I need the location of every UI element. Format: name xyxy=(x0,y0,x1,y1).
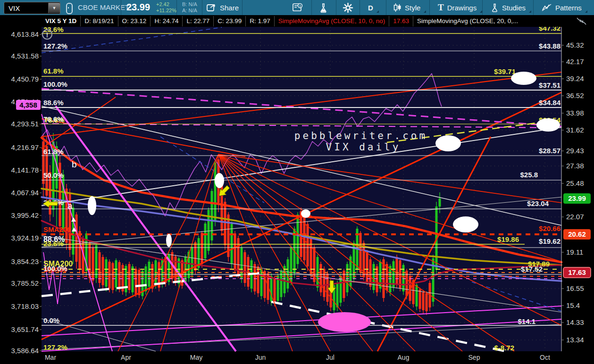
x-axis-month-label: Aug xyxy=(398,354,410,361)
fib-label[interactable]: 50.0% xyxy=(43,171,64,179)
timeframe-menu[interactable]: D xyxy=(366,0,375,15)
bar-close: C: 23.99 xyxy=(214,16,246,26)
ellipse-drawing[interactable] xyxy=(318,312,371,332)
fib-label[interactable]: 61.8% xyxy=(43,67,64,75)
candle-body xyxy=(138,270,141,295)
notes-button[interactable]: i xyxy=(293,0,304,15)
candle-body xyxy=(92,248,94,281)
style-menu[interactable]: Style xyxy=(392,0,422,15)
price-target-label[interactable]: $23.04 xyxy=(527,199,549,207)
price-target-label[interactable]: $39.71 xyxy=(494,67,516,75)
sma20-study-label[interactable]: SimpleMovingAvg (CLOSE, 20, 0,... xyxy=(413,16,522,26)
fib-label[interactable]: 127.2% xyxy=(43,343,67,351)
right-axis-badge-value: 20.62 xyxy=(568,230,586,238)
fib-label[interactable]: 61.8% xyxy=(43,148,64,156)
ask-value: A: N/A xyxy=(182,8,197,14)
wave-letter-label[interactable]: a xyxy=(67,201,73,211)
settings-button[interactable] xyxy=(343,0,353,15)
candle-body xyxy=(373,264,375,290)
price-target-label[interactable]: $14.1 xyxy=(518,317,535,325)
fib-label[interactable]: 0.0% xyxy=(43,316,59,324)
right-axis-badge-value: 23.99 xyxy=(568,194,586,202)
studies-menu[interactable]: Studies xyxy=(489,0,527,15)
x-axis-month-label: Jul xyxy=(326,354,335,361)
right-axis-label: 39.24 xyxy=(566,74,584,83)
candle-body xyxy=(422,292,425,310)
fib-label[interactable]: SMA200 xyxy=(43,225,71,233)
candle-body xyxy=(132,266,134,292)
candle-body xyxy=(366,252,368,282)
ellipse-drawing[interactable] xyxy=(511,72,536,85)
symbol-input[interactable]: VIX xyxy=(4,4,48,12)
candle-body xyxy=(128,264,131,290)
candle-body xyxy=(343,271,345,298)
ellipse-drawing[interactable] xyxy=(453,216,478,232)
price-target-label[interactable]: $43.88 xyxy=(539,42,561,50)
ellipse-drawing[interactable] xyxy=(215,173,224,188)
candle-body xyxy=(320,264,322,292)
style-label: Style xyxy=(405,4,420,12)
candle-body xyxy=(95,245,98,278)
candlestick-icon xyxy=(393,3,402,12)
divider xyxy=(242,0,243,15)
fib-label[interactable]: 88.6% xyxy=(43,99,64,107)
drawings-menu[interactable]: T Drawings xyxy=(436,0,478,15)
divider xyxy=(360,0,360,15)
left-axis-label: 4,531.58 xyxy=(11,52,39,60)
share-button[interactable]: Share xyxy=(207,0,239,15)
right-axis-label: 29.43 xyxy=(566,147,584,155)
price-target-label[interactable]: $28.57 xyxy=(539,147,561,155)
analyze-button[interactable] xyxy=(319,0,328,15)
fib-label[interactable]: 100.0% xyxy=(43,80,67,88)
price-target-label[interactable]: $19.86 xyxy=(497,235,519,243)
divider xyxy=(176,0,177,15)
right-axis-label: 25.48 xyxy=(566,179,584,187)
pointer-mode-icon[interactable] xyxy=(576,17,586,26)
ellipse-drawing[interactable] xyxy=(435,135,461,151)
price-target-label[interactable]: $25.8 xyxy=(520,171,538,179)
wave-letter-label[interactable]: b xyxy=(72,159,77,169)
x-axis-month-label: Mar xyxy=(45,354,56,361)
link-icon[interactable] xyxy=(66,3,73,14)
x-axis-month-label: Jun xyxy=(255,354,266,361)
price-target-label[interactable]: $34.84 xyxy=(539,99,561,107)
divider xyxy=(121,0,121,15)
change-percent: +11.22% xyxy=(156,8,176,14)
price-target-label[interactable]: $37.51 xyxy=(539,81,561,89)
sma10-study-label[interactable]: SimpleMovingAvg (CLOSE, 10, 0, no) xyxy=(275,16,389,26)
ellipse-drawing[interactable] xyxy=(301,209,310,218)
flask-icon xyxy=(491,3,499,12)
candle-body xyxy=(214,163,217,222)
x-axis-month-label: Sep xyxy=(469,354,480,361)
candle-body xyxy=(224,202,226,245)
left-axis-label: 3,586.64 xyxy=(11,347,39,355)
watermark-line2: VIX daily xyxy=(326,141,401,153)
bar-date: D: 8/19/21 xyxy=(81,16,118,26)
candle-body xyxy=(419,290,421,309)
candle-body xyxy=(191,247,193,274)
price-target-label[interactable]: $17.52 xyxy=(521,265,543,273)
price-target-label[interactable]: $-8.72 xyxy=(494,344,514,352)
ellipse-drawing[interactable] xyxy=(88,196,96,215)
patterns-label: Patterns xyxy=(555,4,582,12)
candle-body xyxy=(346,264,349,292)
price-target-label[interactable]: $19.62 xyxy=(539,237,561,245)
right-axis-label: 45.32 xyxy=(566,41,584,49)
right-axis-label: 31.62 xyxy=(566,126,584,134)
fib-label[interactable]: 23.6% xyxy=(43,240,64,248)
change-value: +2.42 xyxy=(156,1,176,8)
flask-icon xyxy=(319,3,328,13)
price-change: +2.42 +11.22% xyxy=(156,1,176,14)
fib-label[interactable]: 100.0% xyxy=(43,265,67,273)
fib-label[interactable]: 127.2% xyxy=(43,42,67,50)
symbol-dropdown[interactable]: VIX ▼ xyxy=(4,2,60,14)
ellipse-drawing[interactable] xyxy=(166,234,172,247)
price-target-label[interactable]: $20.66 xyxy=(539,224,561,232)
left-axis-label: 4,141.78 xyxy=(11,166,39,174)
right-axis-label: 22.07 xyxy=(566,213,584,221)
patterns-menu[interactable]: Patterns xyxy=(540,0,584,15)
fib-label[interactable]: 78.6% xyxy=(43,115,64,123)
ellipse-drawing[interactable] xyxy=(536,118,560,132)
chevron-down-icon[interactable]: ▼ xyxy=(48,3,60,13)
candle-body xyxy=(307,224,309,266)
